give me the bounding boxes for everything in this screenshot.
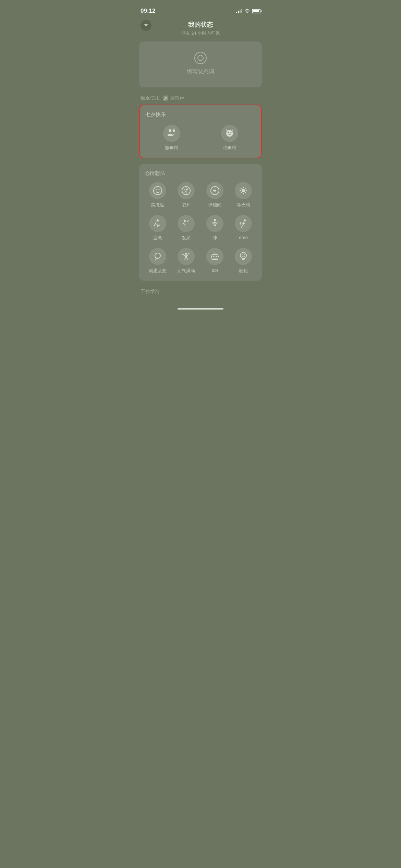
work-section: 工作学习 <box>134 286 267 298</box>
daze-icon <box>178 215 195 232</box>
svg-point-52 <box>240 252 246 258</box>
svg-rect-44 <box>212 255 218 260</box>
page-title: 我的状态 <box>188 21 213 29</box>
emo-icon <box>235 215 252 232</box>
melt-icon <box>235 248 252 265</box>
input-circle-icon <box>194 52 207 64</box>
status-label-美滋滋: 美滋滋 <box>151 202 164 208</box>
svg-point-39 <box>155 260 156 261</box>
status-item-元气满满[interactable]: 元气满满 <box>173 248 199 274</box>
status-item-融化[interactable]: 融化 <box>231 248 257 274</box>
status-label-emo: emo <box>239 235 248 240</box>
status-label-吃狗粮: 吃狗粮 <box>223 145 236 151</box>
svg-point-4 <box>169 129 171 132</box>
koi-icon <box>206 182 223 199</box>
status-label-融化: 融化 <box>239 268 248 274</box>
sun-icon <box>235 182 252 199</box>
status-item-疲惫[interactable]: 疲惫 <box>145 215 171 241</box>
music-icon-wrap[interactable]: 换铃声 <box>162 95 184 101</box>
status-label-bot: bot <box>212 268 218 273</box>
status-input-placeholder: 填写状态词 <box>187 68 214 75</box>
svg-point-40 <box>156 255 157 256</box>
svg-point-37 <box>155 253 160 258</box>
status-label-等天晴: 等天晴 <box>237 202 250 208</box>
svg-point-27 <box>157 219 159 221</box>
status-label-裂开: 裂开 <box>182 202 191 208</box>
svg-point-54 <box>244 254 245 255</box>
battery-icon <box>252 9 260 13</box>
home-indicator-wrap <box>134 298 267 313</box>
mood-section: 心情想法 美滋滋 <box>139 164 262 281</box>
svg-point-14 <box>184 189 185 190</box>
svg-point-0 <box>198 55 203 61</box>
svg-line-26 <box>241 192 242 193</box>
svg-point-30 <box>188 220 189 221</box>
cat-icon <box>221 125 238 142</box>
status-item-裂开[interactable]: 裂开 <box>173 182 199 208</box>
svg-point-42 <box>158 255 159 256</box>
change-ringtone-label[interactable]: 换铃声 <box>170 95 184 101</box>
status-item-吃狗粮[interactable]: 吃狗粮 <box>203 125 256 151</box>
header: 我的状态 朋友 24 小时内可见 <box>134 17 267 41</box>
chevron-down-icon <box>144 24 148 26</box>
header-subtitle: 朋友 24 小时内可见 <box>181 30 220 36</box>
status-icons <box>236 8 260 14</box>
work-title: 工作学习 <box>141 289 160 294</box>
smile-icon <box>149 182 166 199</box>
svg-point-12 <box>158 189 159 190</box>
svg-point-15 <box>187 189 188 190</box>
svg-point-8 <box>228 132 229 133</box>
svg-point-33 <box>244 219 246 221</box>
svg-point-6 <box>174 129 174 129</box>
svg-rect-47 <box>213 256 214 257</box>
svg-point-18 <box>242 189 245 192</box>
svg-point-10 <box>154 186 162 195</box>
qixi-grid: 撒狗粮 吃狗粮 <box>145 123 256 151</box>
svg-point-5 <box>172 130 175 132</box>
status-label-胡思乱想: 胡思乱想 <box>149 268 167 274</box>
svg-point-29 <box>187 221 188 222</box>
status-item-发呆[interactable]: 发呆 <box>173 215 199 241</box>
svg-point-28 <box>184 220 186 222</box>
svg-line-35 <box>240 223 241 224</box>
mood-title: 心情想法 <box>145 170 256 177</box>
status-input-card[interactable]: 填写状态词 <box>139 41 262 87</box>
svg-point-7 <box>226 130 233 137</box>
recent-section: 最近使用 换铃声 <box>134 93 267 105</box>
status-time: 09:12 <box>141 8 155 14</box>
wifi-icon <box>244 8 250 14</box>
svg-point-9 <box>230 132 231 133</box>
status-item-等天晴[interactable]: 等天晴 <box>231 182 257 208</box>
svg-point-2 <box>164 99 165 100</box>
status-item-胡思乱想[interactable]: 胡思乱想 <box>145 248 171 274</box>
back-button[interactable] <box>141 20 151 31</box>
status-label-冲: 冲 <box>212 235 217 241</box>
status-item-emo[interactable]: emo <box>231 215 257 241</box>
mood-grid: 美滋滋 裂开 <box>145 182 256 274</box>
svg-line-34 <box>240 222 241 223</box>
status-item-求锦鲤[interactable]: 求锦鲤 <box>202 182 228 208</box>
signal-icon <box>236 9 242 13</box>
svg-point-11 <box>156 189 157 190</box>
status-label-疲惫: 疲惫 <box>153 235 162 241</box>
status-item-撒狗粮[interactable]: 撒狗粮 <box>145 125 198 151</box>
status-item-bot[interactable]: bot <box>202 248 228 274</box>
svg-line-23 <box>241 188 242 189</box>
svg-line-25 <box>245 188 246 189</box>
svg-line-24 <box>245 192 246 193</box>
svg-point-38 <box>156 258 157 259</box>
tired-icon <box>149 215 166 232</box>
music-icon <box>162 95 169 101</box>
rush-icon <box>206 215 223 232</box>
status-label-求锦鲤: 求锦鲤 <box>208 202 221 208</box>
daydream-icon <box>149 248 166 265</box>
status-bar: 09:12 <box>134 0 267 17</box>
svg-point-53 <box>242 254 243 255</box>
status-item-冲[interactable]: 冲 <box>202 215 228 241</box>
svg-rect-48 <box>216 256 217 257</box>
svg-point-43 <box>185 253 187 255</box>
svg-point-17 <box>216 189 217 191</box>
qixi-title: 七夕快乐 <box>145 111 256 118</box>
qixi-section: 七夕快乐 撒狗粮 <box>139 105 262 158</box>
status-item-美滋滋[interactable]: 美滋滋 <box>145 182 171 208</box>
